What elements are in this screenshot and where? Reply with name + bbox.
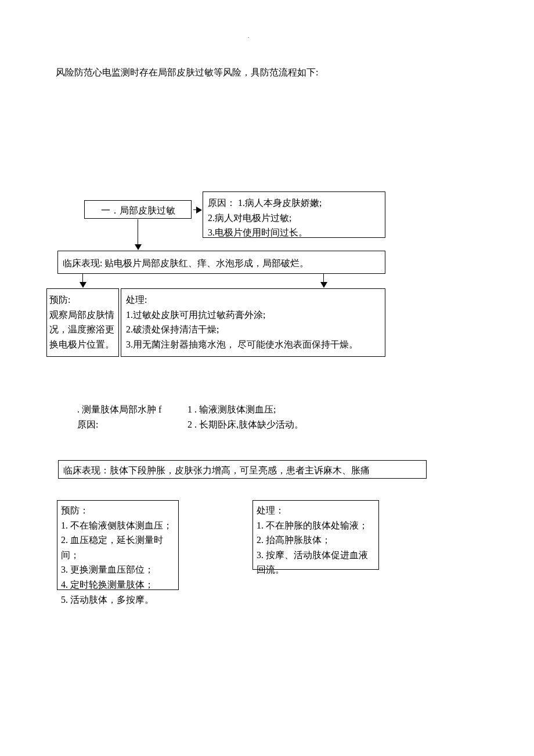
box2-line1: 原因： 1.病人本身皮肤娇嫩; [208,196,380,211]
arrow-down-icon [78,274,88,287]
box5-line2: 1.过敏处皮肤可用抗过敏药膏外涂; [126,308,380,323]
arrow-right-icon [193,205,201,215]
text7-line2: 2 . 长期卧床,肢体缺少活动。 [187,417,350,432]
intro-text: 风险防范心电监测时存在局部皮肤过敏等风险，具防范流程如下: [56,65,318,80]
box9-line1: 预防： [61,503,175,518]
arrow-down-icon [134,219,143,249]
text7-line1: 1 . 输液测肢体测血压; [187,402,350,417]
box9-line3: 2. 血压稳定，延长测量时间； [61,533,175,562]
box10-line3: 2. 抬高肿胀肢体； [257,533,375,548]
box8-text: 临床表现：肢体下段肿胀，皮肤张力增高，可呈亮感，患者主诉麻木、胀痛 [63,465,370,475]
box-cause-1: 原因： 1.病人本身皮肤娇嫩; 2.病人对电极片过敏; 3.电极片使用时间过长。 [203,191,385,238]
box-prevent-1: 预防: 观察局部皮肤情况，温度擦浴更换电极片位置。 [46,288,119,357]
decorative-dot: . [248,32,249,40]
box5-line1: 处理: [126,292,380,308]
box5-line3: 2.破溃处保持清洁干燥; [126,322,380,337]
text-problem-2: . 测量肢体局部水肿 f 原因: [77,402,179,432]
box-prevent-2: 预防： 1. 不在输液侧肢体测血压； 2. 血压稳定，延长测量时间； 3. 更换… [57,500,179,590]
box-clinical-2: 临床表现：肢体下段肿胀，皮肤张力增高，可呈亮感，患者主诉麻木、胀痛 [58,460,427,479]
box10-line2: 1. 不在肿胀的肢体处输液； [257,518,375,533]
text6-line1: . 测量肢体局部水肿 f [77,402,179,417]
box10-line4: 3. 按摩、活动肢体促进血液回流。 [257,548,375,577]
box4-line2: 观察局部皮肤情况，温度擦浴更换电极片位置。 [49,308,116,352]
box9-line6: 5. 活动肢体，多按摩。 [61,592,175,607]
arrow-down-icon [319,274,329,287]
text6-line2: 原因: [77,417,179,432]
box1-text: 一．局部皮肤过敏 [101,205,175,215]
box9-line4: 3. 更换测量血压部位； [61,562,175,577]
text-cause-2: 1 . 输液测肢体测血压; 2 . 长期卧床,肢体缺少活动。 [187,402,350,432]
box4-line1: 预防: [49,292,116,308]
box-problem-1: 一．局部皮肤过敏 [84,200,192,219]
box5-line4: 3.用无菌注射器抽瘪水泡， 尽可能使水泡表面保持干燥。 [126,337,380,352]
box3-text: 临床表现: 贴电极片局部皮肤红、痒、水泡形成，局部破烂。 [63,258,309,268]
box-treat-1: 处理: 1.过敏处皮肤可用抗过敏药膏外涂; 2.破溃处保持清洁干燥; 3.用无菌… [121,288,385,357]
box9-line2: 1. 不在输液侧肢体测血压； [61,518,175,533]
box9-line5: 4. 定时轮换测量肢体； [61,577,175,592]
box-clinical-1: 临床表现: 贴电极片局部皮肤红、痒、水泡形成，局部破烂。 [57,251,385,274]
box10-line1: 处理： [257,503,375,518]
box-treat-2: 处理： 1. 不在肿胀的肢体处输液； 2. 抬高肿胀肢体； 3. 按摩、活动肢体… [252,500,379,570]
box2-line3: 3.电极片使用时间过长。 [208,225,380,240]
box2-line2: 2.病人对电极片过敏; [208,211,380,226]
